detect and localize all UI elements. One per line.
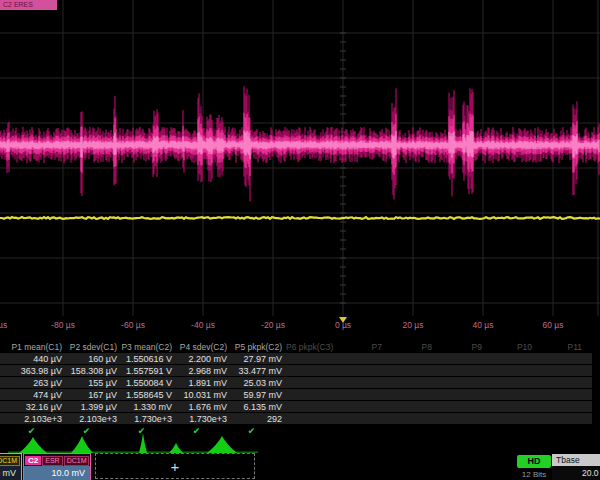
param-value: 6.135 mV [231,402,286,412]
c2-coupling-badge: DC1M [64,456,90,466]
table-row: 440 µV160 µV1.550616 V2.200 mV27.97 mV [0,353,592,364]
param-value: 263 µV [11,378,66,388]
param-header[interactable]: P1 mean(C1) [11,342,66,352]
table-row: 363.98 µV158.308 µV1.557591 V2.968 mV33.… [0,365,592,376]
histicon-row [0,433,600,455]
param-value: 59.97 mV [231,390,286,400]
param-value: 474 µV [11,390,66,400]
table-row: 32.16 µV1.399 µV1.330 mV1.676 mV6.135 mV [0,401,592,412]
param-value: 1.550616 V [121,354,176,364]
time-axis-label: -40 µs [175,320,231,330]
param-value: 1.550084 V [121,378,176,388]
param-value: 363.98 µV [11,366,66,376]
param-value: 292 [231,414,286,424]
param-value: 1.676 mV [176,402,231,412]
timebase-scale: 20.0 µs/div [552,466,600,480]
time-axis-label: 60 µs [525,320,581,330]
time-axis-label: 0 µs [315,320,371,330]
timebase-label: Tbase [552,454,600,466]
param-value: 1.730e+3 [121,414,176,424]
c2-label: C2 [25,456,41,465]
channel-c2-descriptor[interactable]: C2 ESR DC1M 10.0 mV [23,453,91,480]
histicon-peak [71,436,93,453]
time-axis: -100 µs-80 µs-60 µs-40 µs-20 µs0 µs20 µs… [0,316,600,336]
histicon-peak [169,443,183,453]
param-header-unused[interactable]: P6 pkpk(C3) [286,342,336,352]
table-row: 474 µV167 µV1.558645 V10.031 mV59.97 mV [0,389,592,400]
table-row: 263 µV155 µV1.550084 V1.891 mV25.03 mV [0,377,592,388]
histicon-peak [19,437,47,453]
trace-annotation-chip: C2 ERES [0,0,57,10]
time-axis-label: 40 µs [455,320,511,330]
channel-c1-descriptor[interactable]: C1 DC1M 10.0 mV [0,453,22,480]
param-value: 440 µV [11,354,66,364]
param-value: 1.730e+3 [176,414,231,424]
c1-coupling-badge: DC1M [0,456,20,466]
timebase-descriptor[interactable]: Tbase 20.0 µs/div [552,454,600,480]
param-value: 10.031 mV [176,390,231,400]
param-header[interactable]: P5 pkpk(C2) [231,342,286,352]
param-header[interactable]: P2 sdev(C1) [66,342,121,352]
table-header-row: P1 mean(C1)P2 sdev(C1)P3 mean(C2)P4 sdev… [0,340,600,353]
param-value: 160 µV [66,354,121,364]
time-axis-label: -100 µs [0,320,21,330]
param-value: 1.557591 V [121,366,176,376]
param-header-unused[interactable]: P8 [386,342,436,352]
hd-bits-label: 12 Bits [513,470,555,479]
waveform-grid [0,0,600,316]
time-axis-label: -60 µs [105,320,161,330]
param-value: 2.103e+3 [66,414,121,424]
param-value: 158.308 µV [66,366,121,376]
param-header-unused[interactable]: P11 [536,342,586,352]
param-value: 2.200 mV [176,354,231,364]
time-axis-label: -20 µs [245,320,301,330]
histicon-peak [207,436,237,453]
oscilloscope-screen: C2 ERES -100 µs-80 µs-60 µs-40 µs-20 µs0… [0,0,600,480]
param-header-unused[interactable]: P7 [336,342,386,352]
param-header[interactable]: P4 sdev(C2) [176,342,231,352]
hd-mode-badge[interactable]: HD [517,455,551,468]
param-value: 2.968 mV [176,366,231,376]
c1-vertical-scale: 10.0 mV [0,466,21,480]
c2-eres-badge: ESR [42,456,62,466]
param-value: 167 µV [66,390,121,400]
time-axis-label: 20 µs [385,320,441,330]
table-row: 2.103e+32.103e+31.730e+31.730e+3292 [0,413,592,424]
param-value: 1.399 µV [66,402,121,412]
param-value: 1.891 mV [176,378,231,388]
param-header-unused[interactable]: P10 [486,342,536,352]
param-value: 27.97 mV [231,354,286,364]
param-value: 155 µV [66,378,121,388]
c2-vertical-scale: 10.0 mV [24,466,90,480]
param-value: 1.330 mV [121,402,176,412]
param-value: 1.558645 V [121,390,176,400]
param-header[interactable]: P3 mean(C2) [121,342,176,352]
add-trace-button[interactable]: + [95,453,255,479]
param-header-unused[interactable]: P9 [436,342,486,352]
param-value: 32.16 µV [11,402,66,412]
c1-flat-trace [0,217,600,219]
histicon-peak [139,433,147,453]
param-value: 33.477 mV [231,366,286,376]
measurement-table: P1 mean(C1)P2 sdev(C1)P3 mean(C2)P4 sdev… [0,340,600,436]
param-value: 25.03 mV [231,378,286,388]
time-axis-label: -80 µs [35,320,91,330]
param-value: 2.103e+3 [11,414,66,424]
